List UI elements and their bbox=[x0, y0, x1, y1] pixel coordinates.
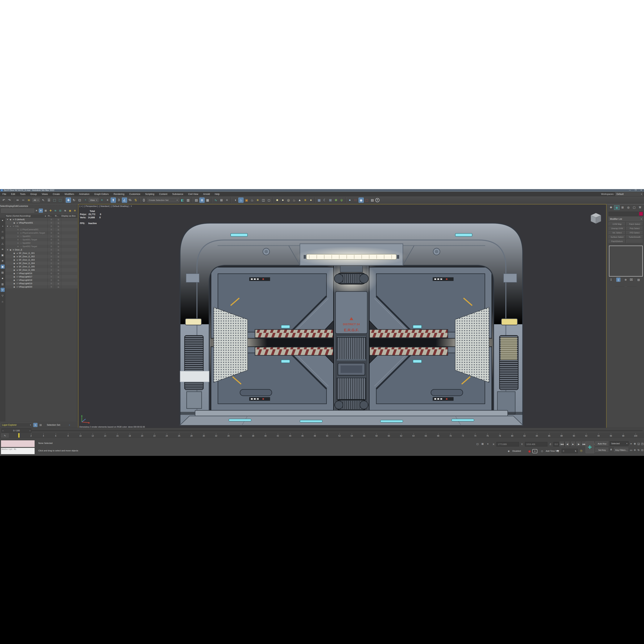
eye-icon[interactable]: ◉ bbox=[13, 286, 16, 288]
layers-icon[interactable]: ≋ bbox=[12, 218, 15, 221]
tab-modify[interactable]: ◉ bbox=[614, 205, 619, 210]
detail-view-icon[interactable]: ▥ bbox=[1, 282, 5, 286]
restore-button[interactable]: ❐ bbox=[633, 189, 638, 191]
column-render[interactable]: R... bbox=[55, 215, 58, 217]
scene-row[interactable]: ≋○Spot001.Target✻♨ bbox=[5, 238, 77, 241]
box-mode-icon[interactable]: ■ bbox=[1, 276, 5, 280]
modifier-button-patchdeform[interactable]: PatchDeform bbox=[609, 239, 625, 243]
scene-row[interactable]: ▼●≋C&L✻♨ bbox=[5, 224, 77, 228]
current-frame-marker[interactable] bbox=[18, 433, 20, 438]
renderable-toggle-icon[interactable]: ♨ bbox=[55, 252, 61, 254]
scene-row[interactable]: ≋○Spot002✻♨ bbox=[5, 241, 77, 245]
hide-by-hit-icon[interactable]: ◉ bbox=[68, 209, 72, 213]
next-frame-arrow-icon[interactable]: › bbox=[30, 429, 30, 432]
display-lights-icon[interactable]: ☉ bbox=[1, 230, 5, 234]
scene-object-name[interactable]: 0 (default) bbox=[15, 218, 25, 221]
scene-row[interactable]: ◉●SF_Door_E_002✻♨ bbox=[5, 255, 77, 258]
tab-hierarchy[interactable]: ⊞ bbox=[620, 205, 625, 210]
renderable-toggle-icon[interactable]: ♨ bbox=[55, 262, 61, 265]
eye-icon[interactable]: ◉ bbox=[13, 262, 16, 264]
align-icon[interactable]: ▥ bbox=[186, 198, 191, 203]
eye-icon[interactable]: ◉ bbox=[13, 266, 16, 268]
zoom-extents-all-icon[interactable]: ◳ bbox=[641, 441, 644, 446]
notes-icon[interactable]: ▤ bbox=[370, 198, 375, 203]
bulb-icon[interactable]: ☉ bbox=[16, 282, 19, 285]
freeze-toggle-icon[interactable]: ✻ bbox=[48, 239, 54, 241]
menu-animation[interactable]: Animation bbox=[77, 193, 92, 195]
schematic-view-icon[interactable]: ⊞ bbox=[219, 198, 224, 203]
scene-row[interactable]: ◉☉VRayLight016✻♨ bbox=[5, 272, 77, 275]
curve-editor-icon[interactable]: ∿ bbox=[213, 198, 218, 203]
select-and-rotate-icon[interactable]: ↻ bbox=[71, 198, 77, 203]
renderable-toggle-icon[interactable]: ♨ bbox=[55, 239, 61, 241]
help-circle-icon[interactable]: ? bbox=[375, 198, 379, 202]
snaps-toggle-3d-icon[interactable]: 3 bbox=[116, 198, 121, 203]
scene-object-name[interactable]: VRayLight016 bbox=[19, 272, 32, 274]
time-slider-frame-box[interactable]: ‹ 0 / 100 › bbox=[1, 429, 31, 432]
menu-views[interactable]: Views bbox=[39, 193, 50, 195]
renderable-toggle-icon[interactable]: ♨ bbox=[55, 228, 61, 231]
render-setup-icon[interactable]: ♨ bbox=[238, 198, 244, 203]
grass-icon[interactable]: ψ bbox=[339, 198, 344, 203]
angle-snap-toggle-icon[interactable]: ∠ bbox=[122, 198, 127, 203]
scene-row[interactable]: ≋◫PhysCamera001✻♨ bbox=[5, 228, 77, 231]
primitive-sphere-icon[interactable]: ● bbox=[280, 198, 285, 203]
menu-group[interactable]: Group bbox=[28, 193, 39, 195]
scene-object-name[interactable]: SF_Door_E_001 bbox=[19, 252, 35, 254]
renderable-toggle-icon[interactable]: ♨ bbox=[55, 249, 61, 251]
color-clipboard-icon[interactable]: ∷ bbox=[353, 198, 358, 203]
renderable-toggle-icon[interactable]: ♨ bbox=[55, 218, 61, 221]
filter-plain-icon[interactable]: ▽ bbox=[1, 294, 5, 298]
select-and-move-icon[interactable]: ✚ bbox=[66, 198, 71, 203]
display-spacewarps-icon[interactable]: ≋ bbox=[1, 247, 5, 251]
clear-search-icon[interactable]: ✕ bbox=[35, 209, 38, 213]
freeze-toggle-icon[interactable]: ✻ bbox=[48, 252, 54, 254]
maximize-viewport-toggle-icon[interactable]: ⊡ bbox=[641, 448, 644, 452]
explorer-menu-edit[interactable]: Edit bbox=[14, 205, 18, 207]
blue-sphere-map-icon[interactable]: ● bbox=[347, 198, 353, 203]
key-mode-icon[interactable]: ⋔ bbox=[610, 448, 612, 451]
checker-map-icon[interactable]: ▩ bbox=[317, 198, 322, 203]
select-object-icon[interactable]: ↖ bbox=[41, 198, 46, 203]
edit-named-selection-sets-icon[interactable]: {} bbox=[141, 198, 147, 203]
freeze-toggle-icon[interactable]: ✻ bbox=[48, 242, 54, 244]
pan-view-icon[interactable]: ✛ bbox=[633, 448, 637, 452]
scene-row[interactable]: ◉●VRayPlane001✻♨ bbox=[5, 221, 77, 224]
use-selection-center-icon[interactable]: ⌖ bbox=[105, 198, 110, 203]
scene-row[interactable]: ≋○Spot001✻♨ bbox=[5, 235, 77, 238]
freeze-toggle-icon[interactable]: ✻ bbox=[48, 272, 54, 275]
frame-nudge-icon[interactable]: ◀▶ bbox=[556, 449, 559, 452]
overflow-arrows-icon[interactable]: » bbox=[69, 424, 70, 426]
filter-funnel-icon[interactable]: ▼ bbox=[39, 209, 43, 213]
sphere-icon[interactable]: ● bbox=[16, 262, 19, 264]
menu-content[interactable]: Content bbox=[157, 193, 170, 195]
make-unique-icon[interactable]: ⊛ bbox=[624, 278, 628, 282]
freeze-toggle-icon[interactable]: ✻ bbox=[48, 265, 54, 268]
renderable-toggle-icon[interactable]: ♨ bbox=[55, 276, 61, 278]
toggle-scene-explorer-icon[interactable]: ▦ bbox=[205, 198, 210, 203]
viewport-pov-label[interactable]: [ Perspective ] bbox=[84, 205, 98, 207]
display-geometry-icon[interactable]: ◑ bbox=[1, 224, 5, 228]
redo-icon[interactable]: ↷ bbox=[7, 198, 12, 203]
modifier-button-poly-select[interactable]: Poly Select bbox=[626, 227, 643, 230]
eye-icon[interactable]: ◉ bbox=[13, 282, 16, 285]
freeze-toggle-icon[interactable]: ✻ bbox=[48, 279, 54, 281]
sphere-icon[interactable]: ● bbox=[16, 252, 19, 254]
freeze-toggle-icon[interactable]: ✻ bbox=[48, 225, 54, 227]
eye-icon[interactable]: ◉ bbox=[13, 222, 16, 224]
column-name[interactable]: Name (Sorted Ascending) bbox=[6, 215, 31, 217]
layers-icon[interactable]: ≋ bbox=[16, 232, 19, 234]
expander-icon[interactable]: ▼ bbox=[6, 225, 9, 227]
menu-rendering[interactable]: Rendering bbox=[111, 193, 127, 195]
freeze-toggle-icon[interactable]: ✻ bbox=[48, 259, 54, 261]
scene-object-name[interactable]: C&L bbox=[15, 225, 19, 227]
menu-substance[interactable]: Substance bbox=[170, 193, 186, 195]
display-frozen-icon[interactable]: ❄ bbox=[1, 259, 5, 263]
bulb-icon[interactable]: ☉ bbox=[16, 279, 19, 281]
bulb-icon[interactable]: ☉ bbox=[16, 276, 19, 278]
modifier-button-empty[interactable] bbox=[626, 239, 643, 243]
scene-object-name[interactable]: VRayPlane001 bbox=[19, 222, 33, 224]
menu-modifiers[interactable]: Modifiers bbox=[62, 193, 77, 195]
render-production-icon[interactable]: ♨ bbox=[250, 198, 255, 203]
window-crossing-icon[interactable]: ⬚ bbox=[57, 198, 63, 203]
